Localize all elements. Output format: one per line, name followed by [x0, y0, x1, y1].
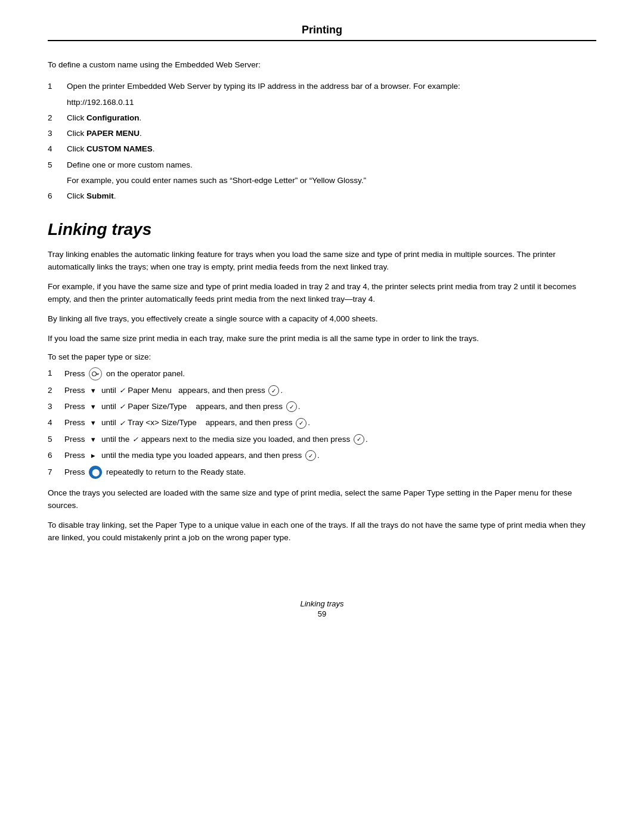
- link-step-4-content: Press ▼ until ✓ Tray <x> Size/Type appea…: [64, 417, 596, 429]
- custom-name-steps-2: 2 Click Configuration. 3 Click PAPER MEN…: [48, 112, 596, 171]
- closing-para-2: To disable tray linking, set the Paper T…: [48, 519, 596, 544]
- footer-italic: Linking trays: [48, 599, 596, 608]
- checkmark-5: ✓: [132, 435, 138, 444]
- checkmark-2: ✓: [119, 386, 125, 395]
- arrow-down-icon-5: ▼: [88, 435, 98, 444]
- step-4: 4 Click CUSTOM NAMES.: [48, 143, 596, 155]
- link-step-5-num: 5: [48, 433, 64, 445]
- step-1-num: 1: [48, 80, 67, 92]
- step-5-content: Define one or more custom names.: [67, 159, 596, 171]
- checkmark-3: ✓: [119, 402, 125, 411]
- svg-point-0: [92, 371, 97, 376]
- page-title: Printing: [48, 24, 596, 41]
- step-2: 2 Click Configuration.: [48, 112, 596, 124]
- step-3-bold: PAPER MENU: [86, 129, 140, 138]
- step-2-num: 2: [48, 112, 67, 124]
- step-4-bold: CUSTOM NAMES: [86, 144, 153, 153]
- link-step-2: 2 Press ▼ until ✓ Paper Menu appears, an…: [48, 385, 596, 397]
- footer-page-num: 59: [48, 609, 596, 618]
- select-icon-2: ✓: [268, 385, 279, 396]
- step-6-content: Click Submit.: [67, 190, 596, 202]
- link-step-3: 3 Press ▼ until ✓ Paper Size/Type appear…: [48, 401, 596, 413]
- link-step-3-content: Press ▼ until ✓ Paper Size/Type appears,…: [64, 401, 596, 413]
- step-4-content: Click CUSTOM NAMES.: [67, 143, 596, 155]
- step-1: 1 Open the printer Embedded Web Server b…: [48, 80, 596, 92]
- home-icon: ⬤: [89, 466, 102, 479]
- step-1-subline: http://192.168.0.11: [67, 97, 596, 109]
- link-step-7-content: Press ⬤ repeatedly to return to the Read…: [64, 466, 596, 479]
- closing-para-1: Once the trays you selected are loaded w…: [48, 487, 596, 512]
- link-step-7: 7 Press ⬤ repeatedly to return to the Re…: [48, 466, 596, 479]
- select-icon-6: ✓: [305, 450, 316, 461]
- page-footer: Linking trays 59: [48, 552, 596, 618]
- arrow-down-icon-4: ▼: [88, 419, 98, 428]
- step-2-content: Click Configuration.: [67, 112, 596, 124]
- intro-text: To define a custom name using the Embedd…: [48, 59, 596, 71]
- arrow-down-icon-3: ▼: [88, 402, 98, 411]
- step-5-subline: For example, you could enter names such …: [67, 175, 596, 187]
- custom-name-steps-3: 6 Click Submit.: [48, 190, 596, 202]
- arrow-down-icon: ▼: [88, 386, 98, 395]
- link-step-5: 5 Press ▼ until the ✓ appears next to th…: [48, 433, 596, 445]
- link-step-6-content: Press ► until the media type you loaded …: [64, 450, 596, 462]
- step-2-bold: Configuration: [86, 113, 139, 122]
- body-para-3: By linking all five trays, you effective…: [48, 313, 596, 326]
- link-step-1-num: 1: [48, 367, 64, 379]
- select-icon-5: ✓: [354, 434, 364, 445]
- custom-name-steps: 1 Open the printer Embedded Web Server b…: [48, 80, 596, 92]
- key-symbol-svg: [92, 371, 99, 377]
- step-1-content: Open the printer Embedded Web Server by …: [67, 80, 596, 92]
- step-5: 5 Define one or more custom names.: [48, 159, 596, 171]
- link-step-3-num: 3: [48, 401, 64, 413]
- link-step-6-num: 6: [48, 450, 64, 462]
- body-para-2: For example, if you have the same size a…: [48, 281, 596, 306]
- section-title: Linking trays: [48, 220, 596, 239]
- link-step-2-num: 2: [48, 385, 64, 397]
- link-step-6: 6 Press ► until the media type you loade…: [48, 450, 596, 462]
- step-5-num: 5: [48, 159, 67, 171]
- set-paper-label: To set the paper type or size:: [48, 352, 596, 361]
- link-step-7-num: 7: [48, 466, 64, 478]
- link-step-4: 4 Press ▼ until ✓ Tray <x> Size/Type app…: [48, 417, 596, 429]
- select-icon-3: ✓: [286, 401, 297, 412]
- link-step-5-content: Press ▼ until the ✓ appears next to the …: [64, 433, 596, 445]
- menu-icon: [89, 367, 102, 380]
- step-6: 6 Click Submit.: [48, 190, 596, 202]
- step-3: 3 Click PAPER MENU.: [48, 128, 596, 140]
- link-step-1-content: Press on the operator panel.: [64, 367, 596, 380]
- linking-steps: 1 Press on the operator panel. 2 Press ▼…: [48, 367, 596, 479]
- step-3-content: Click PAPER MENU.: [67, 128, 596, 140]
- link-step-2-content: Press ▼ until ✓ Paper Menu appears, and …: [64, 385, 596, 397]
- body-para-1: Tray linking enables the automatic linki…: [48, 249, 596, 274]
- page-header: Printing: [48, 24, 596, 41]
- step-4-num: 4: [48, 143, 67, 155]
- checkmark-4: ✓: [119, 419, 125, 428]
- link-step-1: 1 Press on the operator panel.: [48, 367, 596, 380]
- step-6-bold: Submit: [86, 191, 114, 200]
- select-icon-4: ✓: [296, 418, 306, 429]
- body-para-4: If you load the same size print media in…: [48, 333, 596, 345]
- link-step-4-num: 4: [48, 417, 64, 429]
- arrow-right-icon: ►: [88, 451, 98, 460]
- step-6-num: 6: [48, 190, 67, 202]
- step-3-num: 3: [48, 128, 67, 140]
